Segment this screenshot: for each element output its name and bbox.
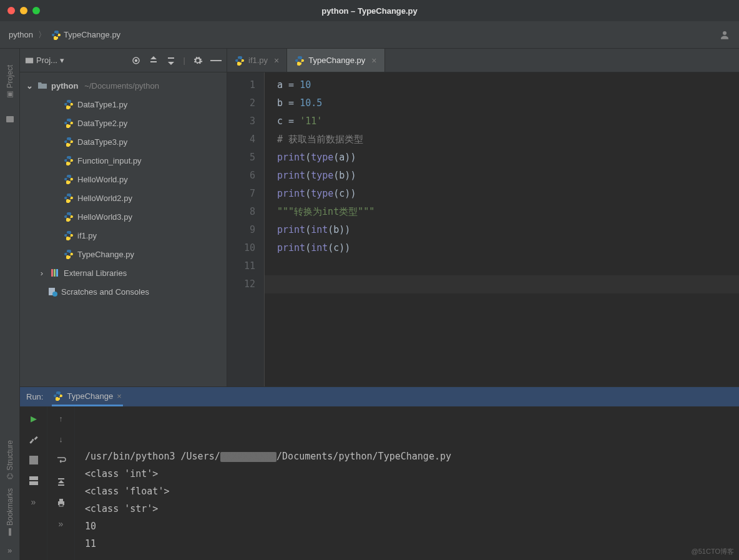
window-controls	[0, 7, 47, 14]
tree-file[interactable]: DataType2.py	[20, 114, 227, 132]
project-tree[interactable]: ⌄ python ~/Documents/python DataType1.py…	[20, 72, 227, 386]
project-panel: Proj... ▾ | — ⌄ python ~/Documents/pytho…	[20, 49, 227, 386]
tree-file[interactable]: if1.py	[20, 226, 227, 245]
svg-point-9	[52, 292, 57, 297]
breadcrumb: python 〉 TypeChange.py	[0, 21, 739, 49]
tree-file-label: HelloWorld3.py	[77, 212, 132, 222]
tree-file[interactable]: HelloWorld3.py	[20, 207, 227, 226]
python-file-icon	[53, 391, 63, 401]
breadcrumb-root[interactable]: python	[9, 30, 33, 39]
breadcrumb-file-label: TypeChange.py	[64, 30, 120, 39]
watermark: @51CTO博客	[692, 547, 734, 556]
project-tool-tab[interactable]: ▣Project	[6, 61, 14, 103]
external-libraries-label: External Libraries	[64, 268, 127, 278]
print-icon[interactable]	[56, 498, 66, 508]
stop-icon[interactable]	[29, 456, 38, 464]
hide-panel-icon[interactable]: —	[210, 54, 222, 67]
editor-tab[interactable]: if1.py×	[227, 49, 287, 72]
bookmarks-tool-tab[interactable]: ❚Bookmarks	[6, 488, 14, 537]
avatar-icon[interactable]	[719, 29, 730, 41]
close-tab-icon[interactable]: ×	[274, 56, 279, 66]
minimize-window-button[interactable]	[20, 7, 27, 14]
structure-tab-label: Structure	[6, 440, 14, 471]
python-file-icon	[295, 56, 305, 66]
python-file-icon	[64, 249, 74, 259]
left-tool-strip: ▣Project	[0, 49, 20, 386]
run-toolbar-nav: ↑ ↓ »	[47, 406, 75, 560]
svg-rect-14	[59, 499, 63, 501]
scroll-to-end-icon[interactable]	[56, 476, 66, 486]
run-panel-header: Run: TypeChange ×	[20, 386, 739, 406]
tree-file[interactable]: HelloWorld.py	[20, 170, 227, 189]
project-tab-label: Project	[6, 65, 14, 88]
tree-file-label: if1.py	[77, 231, 97, 240]
line-number-gutter: 123456789101112	[227, 72, 265, 386]
python-file-icon	[64, 230, 74, 240]
editor-tab[interactable]: TypeChange.py×	[287, 49, 384, 72]
bookmarks-tab-label: Bookmarks	[6, 488, 14, 526]
up-arrow-icon[interactable]: ↑	[59, 414, 63, 423]
tree-file[interactable]: Function_input.py	[20, 151, 227, 170]
breadcrumb-file[interactable]: TypeChange.py	[51, 30, 120, 40]
run-config-tab[interactable]: TypeChange ×	[52, 387, 122, 406]
run-panel: Run: TypeChange × ▶ » ↑ ↓ » /usr/bin/pyt…	[20, 386, 739, 560]
python-file-icon	[51, 30, 61, 40]
down-arrow-icon[interactable]: ↓	[59, 435, 63, 444]
tree-file-label: Function_input.py	[77, 156, 142, 165]
tree-file[interactable]: DataType3.py	[20, 132, 227, 151]
tree-file[interactable]: TypeChange.py	[20, 245, 227, 263]
more-tools-icon[interactable]: »	[7, 546, 12, 555]
python-file-icon	[64, 174, 74, 184]
external-libraries[interactable]: › External Libraries	[20, 263, 227, 282]
settings-icon[interactable]	[193, 56, 203, 66]
svg-rect-1	[6, 116, 14, 122]
tree-root[interactable]: ⌄ python ~/Documents/python	[20, 76, 227, 95]
svg-point-0	[723, 31, 727, 35]
expand-arrow-icon[interactable]: ›	[37, 268, 46, 278]
collapse-all-icon[interactable]	[166, 56, 176, 66]
console-output[interactable]: /usr/bin/python3 /Users/XXXXXXXXXX/Docum…	[75, 406, 739, 560]
expand-arrow-icon[interactable]: ⌄	[25, 81, 34, 91]
close-window-button[interactable]	[7, 7, 15, 14]
python-file-icon	[64, 155, 74, 165]
python-file-icon	[64, 137, 74, 147]
wrench-icon[interactable]	[29, 435, 39, 445]
tree-file-label: HelloWorld2.py	[77, 194, 132, 203]
close-run-tab-icon[interactable]: ×	[117, 391, 122, 401]
rerun-icon[interactable]: ▶	[31, 414, 37, 423]
svg-rect-12	[29, 481, 38, 485]
close-tab-icon[interactable]: ×	[371, 56, 376, 66]
folder-icon	[37, 81, 47, 91]
left-tool-strip-bottom: ⌬Structure ❚Bookmarks »	[0, 386, 20, 560]
layout-icon[interactable]	[29, 476, 39, 486]
more-runs-icon[interactable]: »	[31, 497, 36, 507]
tree-file[interactable]: HelloWorld2.py	[20, 189, 227, 207]
editor-tab-label: if1.py	[248, 56, 268, 65]
tree-root-path: ~/Documents/python	[84, 81, 159, 91]
structure-tool-tab[interactable]: ⌬Structure	[6, 440, 14, 479]
code-content[interactable]: a = 10b = 10.5c = '11'# 获取当前数据类型print(ty…	[265, 72, 739, 386]
editor-body[interactable]: 123456789101112 a = 10b = 10.5c = '11'# …	[227, 72, 739, 386]
tree-root-name: python	[51, 81, 78, 91]
expand-all-icon[interactable]	[149, 56, 159, 66]
editor-tabs: if1.py×TypeChange.py×	[227, 49, 739, 72]
window-title: python – TypeChange.py	[0, 6, 739, 16]
project-view-label: Proj...	[36, 56, 57, 65]
soft-wrap-icon[interactable]	[56, 455, 66, 465]
tree-file[interactable]: DataType1.py	[20, 95, 227, 114]
breadcrumb-root-label: python	[9, 30, 33, 39]
scratches-label: Scratches and Consoles	[61, 287, 149, 297]
python-file-icon	[64, 212, 74, 222]
select-opened-file-icon[interactable]	[131, 56, 141, 66]
commit-tool-icon[interactable]	[5, 114, 15, 124]
run-toolbar-left: ▶ »	[20, 406, 47, 560]
more-nav-icon[interactable]: »	[59, 519, 64, 529]
svg-rect-11	[29, 476, 38, 480]
scratches-and-consoles[interactable]: Scratches and Consoles	[20, 282, 227, 301]
editor-tab-label: TypeChange.py	[308, 56, 365, 65]
python-file-icon	[64, 99, 74, 109]
svg-rect-2	[26, 57, 33, 63]
project-view-selector[interactable]: Proj... ▾	[25, 56, 64, 65]
maximize-window-button[interactable]	[32, 7, 40, 14]
tree-file-label: TypeChange.py	[77, 250, 134, 259]
